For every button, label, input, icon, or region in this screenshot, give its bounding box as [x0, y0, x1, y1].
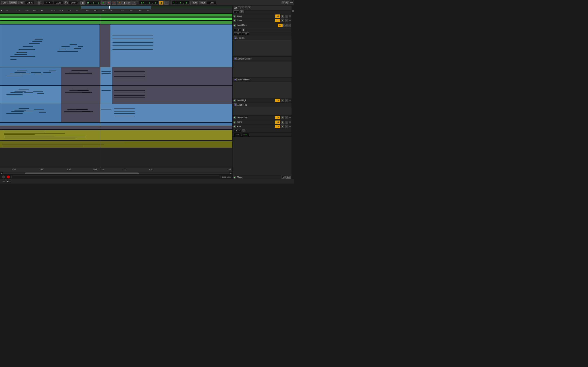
grid-button[interactable]: ▦ [159, 1, 164, 5]
pad-s-btn[interactable]: S [281, 125, 284, 128]
simpler-chords-icon[interactable]: ▦ [234, 57, 237, 60]
lead-main-o-btn[interactable]: ○ [287, 24, 291, 27]
ww-button[interactable]: W [285, 1, 289, 4]
choir-s-btn[interactable]: S [281, 19, 284, 22]
pad-o-btn[interactable]: ○ [285, 125, 288, 128]
simpler-clip2[interactable] [61, 86, 100, 104]
piano-o-btn[interactable]: ○ [285, 121, 288, 124]
lead-main-play-btn[interactable]: ▶ [233, 24, 236, 27]
lead-main-clip2[interactable] [110, 25, 232, 67]
lead-climax-clip-thin[interactable] [0, 126, 232, 129]
lead-high-o-btn[interactable]: ○ [285, 99, 288, 102]
more-relaxed-header[interactable]: ▦ More Relaxed [233, 77, 292, 82]
set-minus-btn[interactable]: − [238, 6, 241, 9]
piano-play-btn[interactable]: ▶ [233, 121, 236, 124]
choir-clip[interactable] [0, 17, 232, 20]
choir-resize-handle[interactable] [289, 20, 291, 21]
time-display[interactable]: 33 . 1 . 1 [139, 1, 158, 5]
mini-overview[interactable] [0, 6, 232, 9]
master-play-btn[interactable]: ▶ [233, 176, 236, 179]
set-plus-btn[interactable]: + [241, 6, 244, 9]
link-button[interactable]: Link [1, 1, 8, 4]
hamburger-menu[interactable] [290, 1, 293, 5]
time-sig-display[interactable]: 4 / 4 [44, 1, 53, 4]
first-try-icon[interactable]: ▦ [234, 36, 237, 39]
choir-track-row[interactable] [0, 17, 232, 21]
follow-button[interactable]: Follow [9, 1, 17, 4]
scrollbar-track[interactable] [2, 173, 230, 174]
bottom-timeline[interactable]: 0:55 0:56 0:57 0:58 0:59 1:00 1:01 1/16 [0, 167, 232, 172]
play-button[interactable]: ▶ [101, 1, 106, 5]
more-relaxed-track-row[interactable] [0, 104, 232, 122]
bass-s-btn[interactable]: S [281, 15, 284, 17]
more-relaxed-clip1[interactable] [0, 104, 61, 122]
set-edit-btn[interactable]: ✎ [245, 6, 247, 9]
simpler-chords-track-row[interactable] [0, 86, 232, 104]
choir-play-btn[interactable]: ▶ [233, 19, 236, 22]
vertical-scrollbar[interactable] [292, 6, 294, 179]
lead-high-thin-row[interactable] [0, 122, 232, 126]
lead-high-play-btn[interactable]: ▶ [233, 99, 236, 102]
first-try-header[interactable]: ▦ First Try [233, 36, 292, 40]
lead-main-clip1[interactable] [0, 25, 100, 67]
pad-play-btn[interactable]: ▶ [233, 125, 236, 128]
lead-main-header[interactable]: ▶ Lead Main 12 S ○ [233, 23, 292, 28]
scroll-left-btn[interactable]: ◀ [0, 172, 2, 174]
hw-button[interactable]: H [282, 1, 285, 4]
bass-play-btn[interactable]: ▶ [233, 15, 236, 17]
lead-high-resize-handle[interactable] [289, 100, 291, 101]
set-fold-btn[interactable]: ▾ [248, 6, 251, 9]
simpler-clip4[interactable] [112, 86, 232, 104]
midi-button[interactable]: MIDI [199, 1, 206, 4]
bass-header[interactable]: ▶ Bass 10 S ○ [233, 14, 292, 18]
loop-button[interactable]: ⟲ [117, 1, 122, 5]
pad-resize-handle[interactable] [289, 126, 291, 127]
bpm-display[interactable]: 141.00 [25, 1, 34, 4]
quantize-display[interactable]: 1 Bar [69, 1, 78, 4]
lead-main-clip3[interactable] [100, 25, 110, 67]
tap-button[interactable]: Tap [18, 1, 24, 4]
stop-button[interactable]: ■ [107, 1, 111, 5]
more-relaxed-clip2[interactable] [61, 104, 100, 122]
lead-high-clip-header[interactable]: ▦ Lead High [233, 103, 292, 107]
punch-button[interactable]: ◀| [122, 1, 127, 5]
transport-mini-btn[interactable] [2, 175, 5, 178]
piano-track-row[interactable] [0, 130, 232, 141]
more-relaxed-clip4[interactable] [112, 104, 232, 122]
first-try-track-row[interactable] [0, 67, 232, 86]
lead-climax-resize-handle[interactable] [289, 117, 291, 118]
piano-header[interactable]: ▶ Piano 15 S ○ [233, 120, 292, 124]
lead-high-clip-thin[interactable] [0, 123, 232, 125]
pad-clip[interactable] [0, 141, 232, 148]
zoom-display[interactable]: 100% [54, 1, 63, 4]
lead-high-header[interactable]: ▶ Lead High 13 S ○ [233, 98, 292, 103]
scroll-right-btn[interactable]: ▶ [230, 172, 232, 174]
simpler-clip3[interactable] [100, 86, 112, 104]
piano-resize-handle[interactable] [289, 122, 291, 123]
simpler-clip1[interactable] [0, 86, 61, 104]
green3-track-row[interactable] [0, 21, 232, 25]
piano-clip[interactable] [0, 130, 232, 140]
bass-resize-handle[interactable] [289, 16, 291, 17]
key-button[interactable]: Key [192, 1, 198, 4]
rewind-button[interactable]: ◀◀ [80, 1, 85, 5]
choir-o-btn[interactable]: ○ [285, 19, 288, 22]
lead-climax-o-btn[interactable]: ○ [285, 116, 288, 119]
bass-clip[interactable] [0, 14, 232, 17]
first-try-clip1[interactable] [0, 67, 61, 85]
punch-out-button[interactable]: |▶ [127, 1, 131, 5]
record-mini-btn[interactable] [7, 175, 10, 178]
scale-display[interactable]: 15% [207, 1, 216, 4]
first-try-clip3[interactable] [100, 67, 112, 85]
first-try-clip2[interactable] [61, 67, 100, 85]
bass-track-row[interactable] [0, 13, 232, 17]
scrollbar-thumb[interactable] [25, 173, 139, 174]
choir-header[interactable]: ▶ Choir 11 S ○ [233, 18, 292, 23]
v-scroll-thumb[interactable] [292, 10, 294, 12]
lead-main-s-btn[interactable]: S [283, 24, 287, 27]
pad-track-row[interactable] [0, 141, 232, 148]
click-button[interactable]: ○ [132, 1, 136, 5]
pad-header[interactable]: ▶ Pad 16 S ○ [233, 124, 292, 129]
timeline-ruler[interactable]: ▶ 33 33.2 33.3 33.4 34 34.2 34.3 34.4 35… [0, 9, 232, 13]
snap-button[interactable]: ⌇ [164, 1, 169, 5]
